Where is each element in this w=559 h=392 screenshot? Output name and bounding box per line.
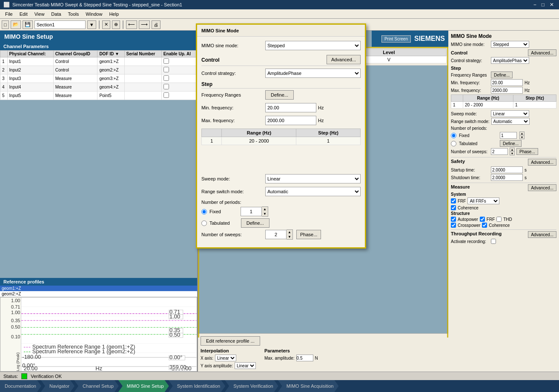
rs-startup-input[interactable]	[491, 166, 523, 173]
modal-phase-btn[interactable]: Phase...	[296, 230, 321, 239]
col-dof: DOF ID ▼	[97, 51, 124, 57]
rs-fixed-down-btn[interactable]: ▼	[519, 135, 525, 139]
rs-coherence-checkbox[interactable]	[451, 205, 456, 210]
minimize-btn[interactable]: −	[532, 2, 538, 8]
menu-help[interactable]: Help	[106, 11, 122, 17]
rs-activate-checkbox[interactable]	[491, 239, 496, 244]
modal-sweeps-input[interactable]	[265, 230, 287, 239]
rs-measure-advanced-btn[interactable]: Advanced...	[528, 184, 556, 191]
parameters-label: Parameters	[264, 348, 318, 353]
rs-control-strategy-select[interactable]: AmplitudePhase	[491, 57, 529, 64]
rs-shutdown-input[interactable]	[491, 174, 523, 181]
new-btn[interactable]: □	[2, 20, 9, 29]
rs-crosspower-checkbox[interactable]	[451, 223, 456, 228]
print-screen-btn[interactable]: Print Screen	[381, 35, 411, 43]
open-btn[interactable]: 📂	[11, 20, 21, 29]
modal-sweeps-up[interactable]: ▲	[287, 230, 292, 235]
modal-fixed-input[interactable]	[241, 207, 262, 216]
rs-define-btn[interactable]: Define...	[491, 72, 513, 78]
nav-mimo-sine-acquisition[interactable]: MIMO Sine Acquisition	[278, 380, 339, 392]
menu-tools[interactable]: Tools	[65, 11, 83, 17]
rs-sweeps-up-btn[interactable]: ▲	[510, 148, 515, 152]
enable-checkbox-5[interactable]	[163, 92, 169, 98]
modal-fixed-spinner: ▲ ▼	[241, 206, 268, 217]
rs-thd-checkbox[interactable]	[496, 217, 502, 222]
modal-freq-ranges-row: Frequency Ranges Define...	[201, 90, 361, 100]
rs-frf-checkbox[interactable]	[451, 198, 456, 203]
modal-sweep-select[interactable]: Linear Logarithmic	[265, 174, 361, 183]
ref-item-2[interactable]: geom2:+Z	[0, 291, 197, 297]
rs-range-switch-select[interactable]: Automatic	[491, 118, 530, 125]
rs-autopower-label: Autopower	[458, 217, 478, 222]
toolbar-copy[interactable]: ✕	[102, 20, 110, 29]
modal-tabulated-radio[interactable]	[201, 220, 207, 226]
menu-data[interactable]: Data	[48, 11, 64, 17]
section-input[interactable]: Section1	[34, 20, 86, 29]
rs-throughput-advanced-btn[interactable]: Advanced...	[528, 231, 556, 238]
rs-tabulated-define-btn[interactable]: Define...	[500, 140, 522, 147]
modal-tabulated-define-btn[interactable]: Define...	[241, 218, 269, 228]
dropdown-btn[interactable]: ▼	[87, 20, 96, 29]
rs-sweep-mode-select[interactable]: Linear	[491, 110, 529, 117]
modal-define-btn[interactable]: Define...	[265, 90, 294, 100]
menu-edit[interactable]: Edit	[16, 11, 31, 17]
rs-fixed-value-input[interactable]	[500, 132, 517, 139]
modal-advanced-btn[interactable]: Advanced...	[327, 55, 361, 64]
rs-phase-btn[interactable]: Phase...	[516, 148, 538, 155]
toolbar-undo[interactable]: ⟵	[126, 20, 137, 29]
modal-max-freq-unit: Hz	[318, 118, 324, 123]
nav-channel-setup[interactable]: Channel Setup	[74, 380, 119, 392]
nav-mimo-sine-setup[interactable]: MIMO Sine Setup	[118, 380, 169, 392]
rs-autopower-checkbox[interactable]	[451, 217, 456, 222]
modal-control-strategy-select[interactable]: AmplitudePhase Amplitude Phase	[265, 69, 361, 78]
modal-fixed-down[interactable]: ▼	[262, 212, 268, 216]
rs-frf-select[interactable]: All FRFs	[467, 197, 499, 204]
menu-view[interactable]: View	[31, 11, 48, 17]
modal-mimo-select[interactable]: Stepped Swept	[265, 41, 361, 50]
x-axis-select[interactable]: Linear	[215, 355, 236, 361]
rs-tabulated-radio[interactable]	[451, 141, 456, 146]
rs-sweeps-down-btn[interactable]: ▼	[510, 152, 515, 155]
toolbar-print[interactable]: 🖨	[152, 20, 161, 29]
rs-safety-advanced-btn[interactable]: Advanced...	[528, 159, 556, 166]
nav-system-verification[interactable]: System Verification	[225, 380, 278, 392]
edit-ref-profile-btn[interactable]: Edit reference profile ...	[201, 336, 260, 346]
ref-item-1[interactable]: geom1:+Z	[0, 286, 197, 291]
rs-min-freq-input[interactable]	[491, 79, 523, 86]
rs-coherence2-label: Coherence	[489, 223, 510, 228]
modal-min-freq-input[interactable]	[265, 103, 316, 112]
modal-fixed-radio[interactable]	[201, 209, 207, 215]
enable-checkbox-3[interactable]	[163, 75, 169, 81]
modal-range-switch-select[interactable]: Automatic Manual	[265, 187, 361, 196]
nav-navigator[interactable]: Navigator	[41, 380, 75, 392]
rs-frf2-checkbox[interactable]	[480, 217, 485, 222]
close-btn[interactable]: ✕	[548, 2, 556, 8]
rs-advanced-btn[interactable]: Advanced...	[528, 49, 556, 56]
modal-min-freq-row: Min. frequency: Hz	[201, 103, 361, 112]
menu-window[interactable]: Window	[82, 11, 106, 17]
mimo-sine-setup-title: MIMO Sine Setup	[0, 31, 197, 43]
nav-documentation[interactable]: Documentation	[0, 380, 41, 392]
menu-file[interactable]: File	[2, 11, 16, 17]
enable-checkbox-2[interactable]	[163, 67, 169, 72]
enable-checkbox-1[interactable]	[163, 58, 169, 64]
siemens-logo: SIEMENS	[414, 35, 445, 43]
save-btn[interactable]: 💾	[23, 20, 33, 29]
modal-max-freq-input[interactable]	[265, 116, 316, 125]
toolbar-redo[interactable]: ⟶	[139, 20, 150, 29]
rs-num-sweeps-input[interactable]	[491, 148, 508, 155]
enable-checkbox-4[interactable]	[163, 84, 169, 89]
y-axis-select[interactable]: Linear	[235, 362, 256, 369]
rs-mimo-select[interactable]: Stepped Swept	[491, 41, 529, 48]
max-amplitude-input[interactable]	[296, 355, 313, 361]
maximize-btn[interactable]: □	[540, 2, 546, 8]
rs-fixed-up-btn[interactable]: ▲	[519, 132, 525, 135]
nav-system-identification[interactable]: System Identification	[169, 380, 226, 392]
toolbar-paste[interactable]: ⊕	[112, 20, 120, 29]
rs-coherence2-checkbox[interactable]	[482, 223, 487, 228]
rs-fixed-radio[interactable]	[451, 133, 456, 138]
rs-max-freq-input[interactable]	[491, 87, 523, 94]
modal-fixed-up[interactable]: ▲	[262, 207, 268, 212]
modal-sweeps-down[interactable]: ▼	[287, 235, 292, 239]
col-physical: Physical Channel:	[7, 51, 53, 57]
